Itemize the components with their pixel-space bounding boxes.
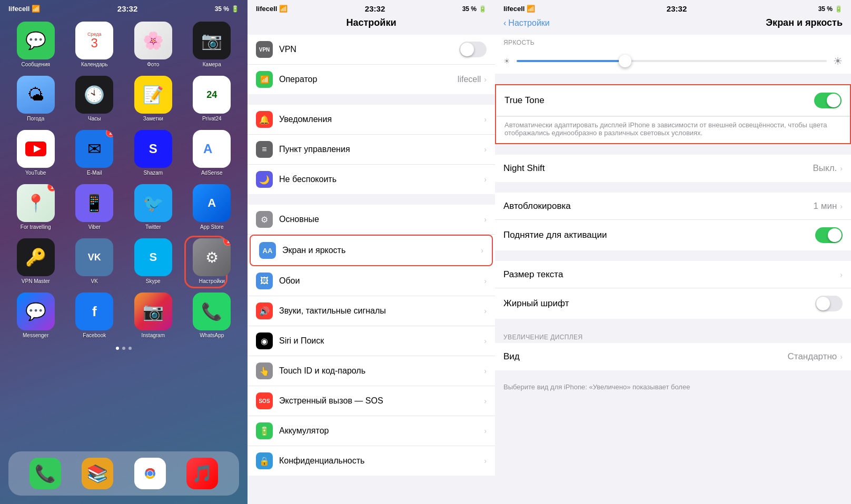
vpn-toggle[interactable] bbox=[459, 42, 487, 57]
dot-2 bbox=[122, 347, 125, 350]
display-item-raise[interactable]: Поднятие для активации bbox=[495, 220, 851, 250]
dock-phone-icon: 📞 bbox=[29, 458, 61, 489]
display-item-truetone[interactable]: True Tone bbox=[496, 85, 850, 116]
brightness-row[interactable]: ☀ ☀ bbox=[495, 48, 851, 74]
textsize-chevron: › bbox=[840, 270, 843, 279]
app-vpnmaster[interactable]: 🔑 VPN Master bbox=[11, 238, 61, 284]
display-item-autolock[interactable]: Автоблокировка 1 мин › bbox=[495, 193, 851, 220]
status-bar-display: lifecell 📶 23:32 35 % 🔋 bbox=[495, 0, 851, 15]
settings-item-control[interactable]: ≡ Пункт управления › bbox=[248, 135, 495, 165]
dock: 📞 📚 🎵 bbox=[8, 451, 239, 496]
raise-toggle[interactable] bbox=[815, 227, 843, 243]
app-photos-icon: 🌸 bbox=[134, 22, 172, 59]
app-youtube[interactable]: YouTube bbox=[11, 130, 61, 176]
settings-item-touchid[interactable]: 👆 Touch ID и код-пароль › bbox=[248, 356, 495, 386]
display-item-view[interactable]: Вид Стандартно › bbox=[495, 343, 851, 370]
app-travelling[interactable]: 📍 1 For travelling bbox=[11, 184, 61, 230]
app-settings[interactable]: ⚙ 1 Настройки bbox=[187, 238, 238, 284]
dock-books[interactable]: 📚 bbox=[82, 458, 113, 489]
app-shazam-icon: S bbox=[134, 130, 172, 168]
app-email[interactable]: ✉ 2 E-Mail bbox=[70, 130, 120, 176]
settings-item-notifications[interactable]: 🔔 Уведомления › bbox=[248, 105, 495, 135]
app-calendar[interactable]: Среда 3 Календарь bbox=[70, 22, 120, 67]
app-notes[interactable]: 📝 Заметки bbox=[128, 76, 179, 122]
travelling-badge: 1 bbox=[47, 184, 55, 191]
view-chevron: › bbox=[840, 352, 843, 361]
app-camera[interactable]: 📷 Камера bbox=[187, 22, 238, 67]
back-button[interactable]: ‹ Настройки bbox=[503, 18, 550, 28]
settings-badge: 1 bbox=[223, 238, 231, 246]
settings-item-operator[interactable]: 📶 Оператор lifecell › bbox=[248, 65, 495, 94]
general-chevron: › bbox=[484, 215, 487, 224]
settings-item-siri[interactable]: ◉ Siri и Поиск › bbox=[248, 326, 495, 356]
sounds-icon: 🔊 bbox=[256, 303, 273, 319]
display-item-textsize[interactable]: Размер текста › bbox=[495, 261, 851, 288]
app-instagram[interactable]: 📷 Instagram bbox=[128, 293, 179, 338]
app-facebook-label: Facebook bbox=[83, 332, 106, 338]
nightshift-label: Night Shift bbox=[503, 163, 813, 174]
app-messages-label: Сообщения bbox=[22, 62, 50, 67]
app-viber-icon: 📱 bbox=[75, 184, 113, 222]
settings-item-sounds[interactable]: 🔊 Звуки, тактильные сигналы › bbox=[248, 296, 495, 326]
sos-chevron: › bbox=[484, 397, 487, 405]
display-scroll[interactable]: ЯРКОСТЬ ☀ ☀ True Tone Автоматически адап… bbox=[495, 35, 851, 504]
wallpaper-chevron: › bbox=[484, 277, 487, 285]
bold-toggle[interactable] bbox=[815, 296, 843, 311]
app-facebook[interactable]: f Facebook bbox=[70, 293, 120, 338]
brightness-thumb[interactable] bbox=[619, 55, 631, 67]
zoom-section-header: УВЕЛИЧЕНИЕ ДИСПЛЕЯ bbox=[495, 329, 851, 343]
display-title: Экран и яркость bbox=[550, 17, 843, 28]
settings-section-system: 🔔 Уведомления › ≡ Пункт управления › 🌙 Н… bbox=[248, 105, 495, 194]
sounds-chevron: › bbox=[484, 307, 487, 315]
travelling-icon-char: 📍 bbox=[25, 193, 46, 213]
app-whatsapp-icon: 📞 bbox=[193, 293, 231, 330]
settings-item-general[interactable]: ⚙ Основные › bbox=[248, 205, 495, 235]
control-label: Пункт управления bbox=[279, 145, 484, 154]
app-photos-label: Фото bbox=[147, 62, 159, 67]
app-appstore-label: App Store bbox=[200, 224, 223, 230]
settings-item-battery[interactable]: 🔋 Аккумулятор › bbox=[248, 416, 495, 446]
app-privat[interactable]: 24 Privat24 bbox=[187, 76, 238, 122]
app-whatsapp[interactable]: 📞 WhatsApp bbox=[187, 293, 238, 338]
app-photos[interactable]: 🌸 Фото bbox=[128, 22, 179, 67]
app-appstore[interactable]: A App Store bbox=[187, 184, 238, 230]
settings-item-privacy[interactable]: 🔒 Конфиденциальность › bbox=[248, 446, 495, 476]
dock-books-icon: 📚 bbox=[82, 458, 113, 489]
operator-icon: 📶 bbox=[256, 71, 273, 88]
display-item-nightshift[interactable]: Night Shift Выкл. › bbox=[495, 155, 851, 182]
display-chevron: › bbox=[481, 246, 483, 255]
dock-phone[interactable]: 📞 bbox=[29, 458, 61, 489]
app-viber[interactable]: 📱 Viber bbox=[70, 184, 120, 230]
app-adsense[interactable]: A AdSense bbox=[187, 130, 238, 176]
app-adsense-icon: A bbox=[193, 130, 231, 168]
app-calendar-label: Календарь bbox=[81, 62, 107, 67]
app-weather[interactable]: 🌤 Погода bbox=[11, 76, 61, 122]
dot-1 bbox=[116, 347, 119, 350]
privacy-label: Конфиденциальность bbox=[279, 456, 484, 466]
display-icon: AA bbox=[259, 242, 276, 259]
app-messenger[interactable]: 💬 Messenger bbox=[11, 293, 61, 338]
app-vk[interactable]: VK VK bbox=[70, 238, 120, 284]
brightness-track[interactable] bbox=[517, 60, 827, 62]
app-vpnmaster-icon: 🔑 bbox=[17, 238, 55, 276]
settings-item-wallpaper[interactable]: 🖼 Обои › bbox=[248, 266, 495, 296]
settings-item-vpn[interactable]: VPN VPN bbox=[248, 35, 495, 65]
control-chevron: › bbox=[484, 145, 487, 154]
dock-chrome[interactable] bbox=[134, 458, 166, 489]
settings-item-dnd[interactable]: 🌙 Не беспокоить › bbox=[248, 165, 495, 194]
settings-scroll[interactable]: VPN VPN 📶 Оператор lifecell › 🔔 Уведомле… bbox=[248, 35, 495, 504]
battery-icon-display: 🔋 bbox=[835, 5, 843, 13]
dock-music[interactable]: 🎵 bbox=[186, 458, 218, 489]
truetone-toggle[interactable] bbox=[814, 93, 842, 108]
dnd-icon: 🌙 bbox=[256, 171, 273, 188]
app-messages[interactable]: 💬 Сообщения bbox=[11, 22, 61, 67]
settings-item-sos[interactable]: SOS Экстренный вызов — SOS › bbox=[248, 386, 495, 416]
display-item-bold[interactable]: Жирный шрифт bbox=[495, 288, 851, 319]
wallpaper-label: Обои bbox=[279, 276, 484, 286]
vpn-label: VPN bbox=[279, 45, 459, 54]
settings-item-display[interactable]: AA Экран и яркость › bbox=[250, 235, 493, 266]
app-skype[interactable]: S Skype bbox=[128, 238, 179, 284]
app-shazam[interactable]: S Shazam bbox=[128, 130, 179, 176]
app-twitter[interactable]: 🐦 Twitter bbox=[128, 184, 179, 230]
app-clock[interactable]: 🕙 Часы bbox=[70, 76, 120, 122]
